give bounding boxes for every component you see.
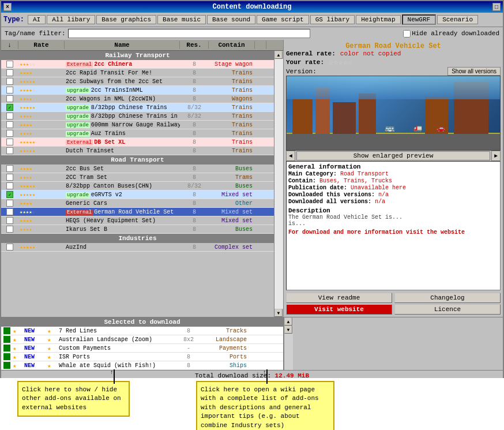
preview-left-btn[interactable]: ◄ <box>286 151 295 161</box>
title-bar: × Content downloading □ <box>1 1 503 13</box>
row-checkbox[interactable] <box>1 182 18 190</box>
type-btn-basesound[interactable]: Base sound <box>207 15 255 24</box>
sel-scroll-down[interactable]: ▼ <box>284 326 292 334</box>
list-item-selected[interactable]: ★★★★☆ ExternalGerman Road Vehicle Set 8 … <box>1 208 274 216</box>
sel-green-indicator <box>3 327 10 334</box>
section-railway: Railway Transport <box>1 51 274 60</box>
selected-item[interactable]: ★ NEW ★ 7 Red Lines 8 Tracks <box>1 327 283 335</box>
row-stars: ★★★★☆ <box>18 174 65 181</box>
type-btn-basemusic[interactable]: Base music <box>157 15 206 24</box>
row-checkbox[interactable] <box>1 225 18 233</box>
row-res: 8 <box>180 139 209 145</box>
type-btn-gslibary[interactable]: GS libary <box>310 15 355 24</box>
selected-item[interactable]: ★ NEW ★ ISR Ports 8 Ports <box>1 353 283 361</box>
list-item[interactable]: ★★★★★ 8/32bpp Canton Buses(CHN) 8/32 Bus… <box>1 182 274 190</box>
filter-input[interactable] <box>68 29 310 38</box>
row-checkbox[interactable] <box>1 173 18 181</box>
general-rate-label: General rate: <box>286 50 336 57</box>
list-item[interactable]: ★★★★☆ upgrade600mm Narrow Gauge Railways… <box>1 121 274 129</box>
dl-version-line: Downloaded this versions: n/a <box>288 192 498 198</box>
list-item[interactable]: ★★★★★ Dutch Trainset 8 Trains <box>1 147 274 155</box>
row-checkbox[interactable] <box>1 208 18 216</box>
type-bar: Type: AI All libary Base graphics Base m… <box>1 13 503 27</box>
hide-downloaded-checkbox[interactable] <box>403 30 411 38</box>
type-btn-basegraphics[interactable]: Base graphics <box>96 15 156 24</box>
selected-list-area: Selected to download ★ NEW ★ 7 Red Lines… <box>1 317 284 370</box>
list-item[interactable]: ★★★★☆ 2cc Bus Set 8 Buses <box>1 164 274 173</box>
callout-right: Click here to open a wiki page with a co… <box>196 381 334 430</box>
close-button[interactable]: × <box>3 3 12 11</box>
row-checkbox[interactable] <box>1 164 18 173</box>
row-checkbox[interactable] <box>1 243 18 251</box>
row-checkbox[interactable] <box>1 147 18 155</box>
type-btn-newgrf[interactable]: NewGRF <box>402 14 437 25</box>
row-checkbox[interactable] <box>1 60 18 68</box>
row-checkbox[interactable] <box>1 216 18 225</box>
preview-center-label[interactable]: Show enlarged preview <box>296 151 490 160</box>
type-btn-scenario[interactable]: Scenario <box>437 15 478 24</box>
row-checkbox[interactable] <box>1 129 18 137</box>
view-readme-button[interactable]: View readme <box>286 293 392 303</box>
row-checkbox[interactable] <box>1 121 18 129</box>
list-item[interactable]: ★★★★☆ HEQS (Heavy Equipment Set) 8 Mixed… <box>1 216 274 225</box>
selected-item[interactable]: ★ NEW ★ Custom Payments - Payments <box>1 344 283 353</box>
list-item[interactable]: ★★★☆☆ External2cc Chinera 8 Stage wagon <box>1 60 274 69</box>
scroll-up-btn[interactable]: ▲ <box>274 51 283 59</box>
type-btn-allibary[interactable]: All libary <box>47 15 95 24</box>
row-checkbox[interactable] <box>1 69 18 77</box>
row-res: 8 <box>180 218 209 224</box>
licence-button[interactable]: Licence <box>394 304 501 315</box>
row-res: 8/32 <box>180 113 209 119</box>
visit-website-button[interactable]: Visit website <box>286 304 392 315</box>
row-checkbox[interactable] <box>1 138 18 146</box>
list-item[interactable]: ★★★★☆ upgradeAuz Trains 8 Trains <box>1 129 274 138</box>
selected-item[interactable]: ★ NEW ★ Australian Landscape (Zoom) 8x2 … <box>1 335 283 344</box>
row-checkbox[interactable]: ✓ <box>1 190 18 199</box>
filter-label: Tag/name filter: <box>5 30 66 37</box>
changelog-button[interactable]: Changelog <box>394 293 501 303</box>
type-btn-ai[interactable]: AI <box>28 15 46 24</box>
preview-right-btn[interactable]: ► <box>491 151 501 161</box>
list-item[interactable]: ★★★★☆ 2CC Tram Set 8 Trams <box>1 173 274 182</box>
row-stars: ★★★★☆ <box>18 96 65 102</box>
row-checkbox[interactable] <box>1 199 18 207</box>
row-checkbox[interactable]: ✓ <box>1 103 18 111</box>
list-item[interactable]: ★★★★☆ Ikarus Set B 8 Buses <box>1 225 274 234</box>
row-res: 8/32 <box>180 183 209 189</box>
row-checkbox[interactable] <box>1 86 18 94</box>
list-item[interactable]: ★★★★☆ 2cc Rapid Transit For Me! 8 Trains <box>1 69 274 77</box>
maximize-button[interactable]: □ <box>492 3 501 11</box>
row-contain: Trains <box>209 139 255 145</box>
list-item[interactable]: ★★★★☆ upgrade2cc TrainsInNML 8 Trains <box>1 86 274 95</box>
row-stars: ★★★★☆ <box>18 87 65 94</box>
website-link[interactable]: For download and more information visit … <box>288 229 498 235</box>
sel-contain: Tracks <box>203 328 249 334</box>
scroll-down-btn[interactable]: ▼ <box>274 309 283 317</box>
list-item[interactable]: ★★★★☆ Generic Cars 8 Other <box>1 199 274 208</box>
list-item[interactable]: ✓ ★★★★★ upgradeeGRVTS v2 8 Mixed set <box>1 190 274 199</box>
show-versions-button[interactable]: Show all versions <box>447 67 501 76</box>
selected-scrollbar[interactable]: ▲ ▼ <box>284 317 293 370</box>
type-btn-gamescript[interactable]: Game script <box>257 15 309 24</box>
sel-new-badge: NEW <box>24 345 47 352</box>
type-btn-heightmap[interactable]: Heightmap <box>356 15 400 24</box>
list-item[interactable]: ★★★★☆ 2cc Wagons in NML (2ccWIN) 8 Wagon… <box>1 95 274 103</box>
sel-scroll-up[interactable]: ▲ <box>284 317 292 326</box>
row-res: 8 <box>180 200 209 207</box>
list-item[interactable]: ★★★★★ 2cc Subways from the 2cc Set 8 Tra… <box>1 77 274 86</box>
selected-item[interactable]: ★ NEW ★ Whale ate Squid (with Fish!) 8 S… <box>1 361 283 370</box>
row-checkbox[interactable] <box>1 112 18 120</box>
category-line: Main Category: Road Transport <box>288 171 498 177</box>
dl-all-line: Downloaded all versions: n/a <box>288 199 498 205</box>
row-contain: Stage wagon <box>209 61 255 68</box>
list-item[interactable]: ★★★★☆ upgrade8/32bpp Chinese Trains in N… <box>1 112 274 121</box>
list-item[interactable]: ★★★★★ AuzInd 8 Complex set <box>1 243 274 252</box>
row-name: 8/32bpp Canton Buses(CHN) <box>65 183 180 189</box>
list-scrollbar[interactable]: ▲ ▼ <box>274 51 283 317</box>
list-item[interactable]: ✓ ★★★★★ upgrade8/32bpp Chinese Trains 8/… <box>1 103 274 112</box>
your-rate-stars[interactable]: ☆☆☆☆☆ <box>329 57 353 67</box>
list-item[interactable]: ★★★★★ ExternalDB Set XL 8 Trains <box>1 138 274 147</box>
sel-star2: ★ <box>47 345 59 352</box>
row-checkbox[interactable] <box>1 95 18 103</box>
row-checkbox[interactable] <box>1 77 18 85</box>
